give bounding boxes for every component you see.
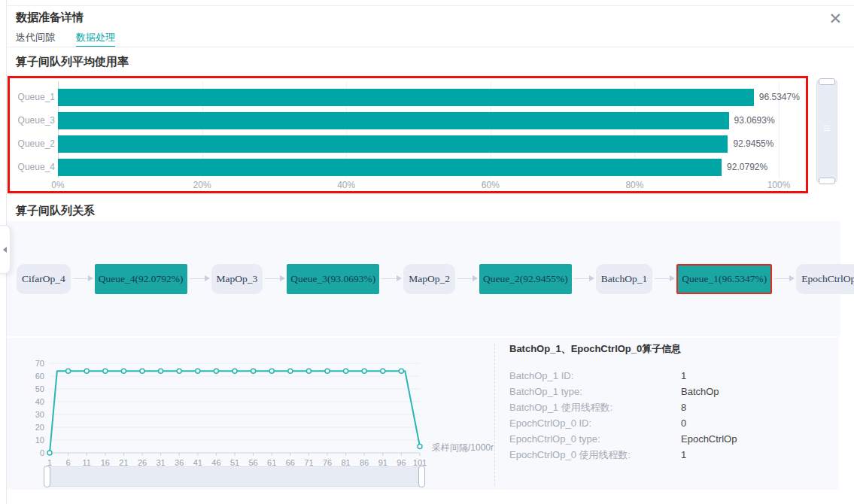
- line-chart-y-tick-label: 60: [35, 372, 44, 381]
- close-icon[interactable]: ✕: [828, 11, 842, 26]
- slider-grip-icon: [824, 128, 830, 129]
- line-chart-data-point: [381, 369, 385, 373]
- flow-node-queue-2-92-9455[interactable]: Queue_2(92.9455%): [479, 264, 572, 294]
- line-chart-data-point: [214, 369, 218, 373]
- line-chart-data-point: [121, 369, 126, 373]
- flow-node-queue-1-96-5347[interactable]: Queue_1(96.5347%): [676, 264, 772, 294]
- info-value: BatchOp: [681, 386, 719, 397]
- line-chart-data-point: [177, 369, 181, 373]
- info-value: 1: [681, 449, 686, 460]
- panel-top-border: [6, 5, 854, 6]
- flow-arrow-icon: [655, 278, 674, 279]
- bar-category-label: Queue_1: [11, 89, 55, 106]
- line-chart-data-point: [84, 369, 89, 373]
- info-row: BatchOp_1 type:BatchOp: [509, 384, 833, 399]
- page-title: 数据准备详情: [16, 11, 84, 25]
- chevron-left-icon: [3, 247, 7, 253]
- line-chart-y-tick-label: 10: [35, 436, 44, 445]
- line-chart-data-point: [325, 369, 330, 373]
- flow-node-cifarop-4[interactable]: CifarOp_4: [17, 264, 71, 294]
- line-chart-series: [50, 371, 420, 453]
- info-label: EpochCtrlOp_0 ID:: [509, 415, 681, 431]
- bar-chart-vertical-zoom-slider[interactable]: [816, 80, 837, 183]
- tab-data-processing[interactable]: 数据处理: [76, 31, 115, 47]
- info-label: BatchOp_1 type:: [509, 384, 681, 399]
- line-chart-data-point: [344, 369, 348, 373]
- line-chart-data-point: [47, 451, 52, 455]
- line-chart-data-point: [103, 369, 108, 373]
- vertical-dashed-divider: [494, 344, 495, 485]
- bar-queue_2[interactable]: [58, 135, 728, 153]
- info-label: BatchOp_1 使用线程数:: [509, 399, 681, 415]
- line-chart-data-point: [399, 369, 403, 373]
- tab-bar-divider: [6, 47, 854, 47]
- info-row: EpochCtrlOp_0 type:EpochCtrlOp: [509, 431, 833, 447]
- bar-chart-x-tick-label: 0%: [51, 180, 64, 190]
- flow-arrow-icon: [190, 278, 209, 279]
- line-chart-data-point: [232, 369, 237, 373]
- info-label: EpochCtrlOp_0 使用线程数:: [509, 447, 681, 463]
- bar-queue_1[interactable]: [58, 89, 754, 106]
- info-row: EpochCtrlOp_0 ID:0: [509, 415, 833, 431]
- queue-relation-section-title: 算子间队列关系: [16, 204, 95, 218]
- queue-usage-section-title: 算子间队列平均使用率: [16, 55, 129, 69]
- line-chart-y-tick-label: 20: [35, 423, 44, 432]
- line-chart-zoom-slider[interactable]: [46, 466, 423, 487]
- line-chart-y-tick-label: 40: [35, 397, 44, 406]
- flow-node-epochctrlop-0[interactable]: EpochCtrlOp_0: [796, 264, 854, 294]
- tab-bar: 迭代间隙 数据处理: [16, 31, 115, 47]
- line-chart-x-axis-name: 采样间隔/1000r: [432, 442, 494, 453]
- info-row: BatchOp_1 ID:1: [509, 368, 833, 384]
- flow-arrow-icon: [774, 278, 794, 279]
- bar-value-label: 96.5347%: [759, 89, 800, 106]
- bar-category-label: Queue_3: [11, 112, 55, 129]
- line-chart-data-point: [66, 369, 71, 373]
- flow-arrow-icon: [265, 278, 284, 279]
- flow-node-queue-3-93-0693[interactable]: Queue_3(93.0693%): [287, 264, 379, 294]
- flow-node-mapop-3[interactable]: MapOp_3: [211, 264, 263, 294]
- sidebar-collapse-handle[interactable]: [0, 225, 11, 274]
- info-value: EpochCtrlOp: [681, 433, 737, 445]
- line-chart-data-point: [306, 369, 311, 373]
- bar-chart-x-tick-label: 40%: [337, 180, 355, 190]
- line-chart-data-point: [362, 369, 366, 373]
- slider-handle-top[interactable]: [819, 78, 835, 85]
- line-chart-data-point: [288, 369, 293, 373]
- slider-handle-right[interactable]: [418, 466, 425, 487]
- bar-queue_4[interactable]: [58, 159, 722, 176]
- queue-usage-bar-chart: 0%20%40%60%80%100%Queue_196.5347%Queue_3…: [8, 76, 808, 193]
- flow-arrow-icon: [381, 278, 401, 279]
- line-chart-data-point: [251, 369, 256, 373]
- bar-category-label: Queue_4: [11, 159, 55, 176]
- bar-chart-plot-area: 0%20%40%60%80%100%Queue_196.5347%Queue_3…: [10, 78, 806, 191]
- info-row: BatchOp_1 使用线程数:8: [509, 399, 833, 415]
- line-chart-y-tick-label: 30: [35, 410, 44, 419]
- info-label: BatchOp_1 ID:: [509, 368, 681, 384]
- slider-handle-left[interactable]: [44, 466, 50, 487]
- line-chart-data-point: [159, 369, 163, 373]
- line-chart-y-tick-label: 50: [35, 384, 44, 393]
- operator-info-panel: BatchOp_1、EpochCtrlOp_0算子信息 BatchOp_1 ID…: [509, 342, 833, 463]
- line-chart-data-point: [269, 369, 274, 373]
- bar-queue_3[interactable]: [58, 112, 729, 129]
- flow-node-mapop-2[interactable]: MapOp_2: [403, 264, 455, 294]
- flow-node-batchop-1[interactable]: BatchOp_1: [596, 264, 653, 294]
- line-chart-y-tick-label: 0: [40, 448, 44, 457]
- line-chart-y-tick-label: 70: [35, 359, 44, 368]
- bottom-detail-panel: 0102030405060701611162126313641465156616…: [7, 338, 839, 490]
- bar-chart-x-tick-label: 80%: [625, 180, 643, 190]
- slider-handle-bottom[interactable]: [819, 178, 835, 184]
- flow-node-queue-4-92-0792[interactable]: Queue_4(92.0792%): [95, 264, 187, 294]
- tab-iteration-gap[interactable]: 迭代间隙: [16, 31, 55, 47]
- bar-chart-x-tick-label: 60%: [482, 180, 500, 190]
- flow-arrow-icon: [73, 278, 93, 279]
- flow-arrow-icon: [457, 278, 477, 279]
- info-row: EpochCtrlOp_0 使用线程数:1: [509, 447, 833, 463]
- bar-value-label: 93.0693%: [734, 112, 775, 129]
- info-value: 0: [681, 417, 686, 429]
- line-chart-data-point: [140, 369, 144, 373]
- bar-chart-x-tick-label: 100%: [767, 180, 791, 190]
- flow-arrow-icon: [574, 278, 594, 279]
- bar-value-label: 92.0792%: [727, 159, 767, 176]
- info-value: 1: [681, 370, 686, 381]
